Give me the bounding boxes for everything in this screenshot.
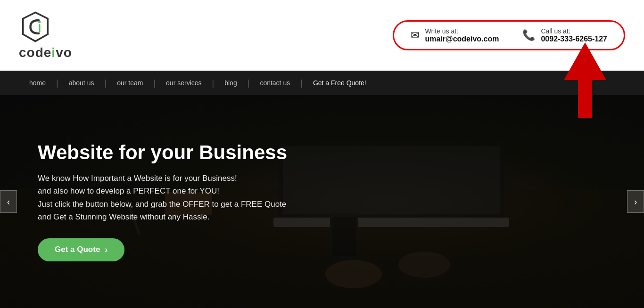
nav-link-contact[interactable]: contact us [249,71,300,95]
logo[interactable]: codeivo [19,10,72,60]
nav-item-about[interactable]: about us [58,71,105,95]
carousel-next-button[interactable]: › [627,190,644,213]
hero-body-line4: and Get a Stunning Website without any H… [38,212,209,221]
nav-item-team[interactable]: our team [107,71,153,95]
nav-link-about[interactable]: about us [58,71,105,95]
hero-body: We know How Important a Website is for y… [38,172,287,223]
hero-title: Website for your Business [38,142,287,163]
email-value: umair@codeivo.com [425,35,499,43]
nav-link-team[interactable]: our team [107,71,153,95]
nav-item-quote[interactable]: Get a Free Quote! [303,71,377,95]
phone-label: Call us at: [541,27,607,35]
logo-text: codeivo [19,45,72,60]
carousel-prev-button[interactable]: ‹ [0,190,17,213]
nav-item-blog[interactable]: blog [214,71,247,95]
hero-body-line2: and also how to develop a PERFECT one fo… [38,186,219,195]
phone-value: 0092-333-6265-127 [541,35,607,43]
contact-info-area: ✉ Write us at: umair@codeivo.com 📞 Call … [393,20,625,50]
nav-item-contact[interactable]: contact us [249,71,300,95]
hero-section: ‹ Website for your Business We know How … [0,95,644,308]
nav-link-home[interactable]: home [19,71,56,95]
nav-link-blog[interactable]: blog [214,71,247,95]
email-icon: ✉ [411,29,419,41]
nav-link-free-quote[interactable]: Get a Free Quote! [303,71,377,95]
email-contact: ✉ Write us at: umair@codeivo.com [411,27,499,43]
get-quote-arrow-icon: › [105,245,107,255]
nav-item-services[interactable]: our services [156,71,212,95]
get-quote-label: Get a Quote [55,245,100,254]
main-navbar: home | about us | our team | our service… [0,71,644,95]
nav-link-services[interactable]: our services [156,71,212,95]
site-header: codeivo ✉ Write us at: umair@codeivo.com… [0,0,644,71]
svg-point-1 [38,21,41,23]
phone-contact: 📞 Call us at: 0092-333-6265-127 [522,27,607,43]
hero-body-line1: We know How Important a Website is for y… [38,174,237,183]
email-label: Write us at: [425,27,499,35]
phone-icon: 📞 [522,29,535,41]
nav-item-home[interactable]: home [19,71,56,95]
svg-marker-0 [23,12,48,41]
hero-content: Website for your Business We know How Im… [0,142,287,261]
get-quote-button[interactable]: Get a Quote › [38,238,124,261]
logo-icon [19,10,52,43]
hero-body-line3: Just click the button below, and grab th… [38,200,286,209]
